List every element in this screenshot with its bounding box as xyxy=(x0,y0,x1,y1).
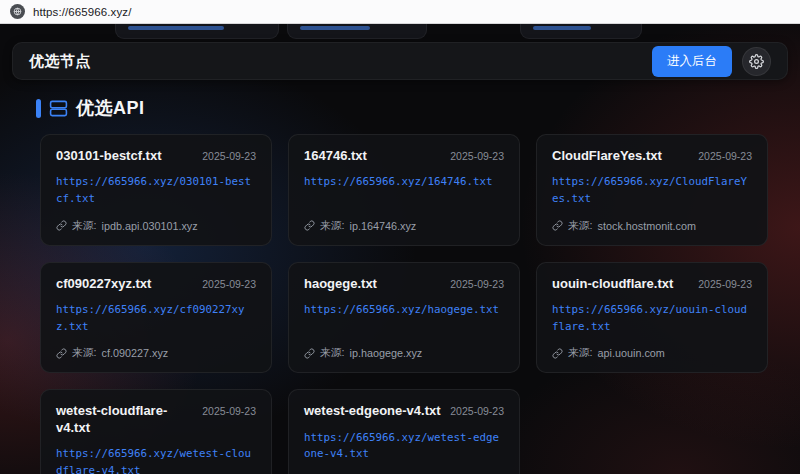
server-stack-icon xyxy=(49,99,68,118)
card-date: 2025-09-23 xyxy=(698,278,752,290)
browser-address-bar: https://665966.xyz/ xyxy=(0,0,800,24)
api-card: CloudFlareYes.txt 2025-09-23 https://665… xyxy=(536,134,768,246)
card-filename: wetest-cloudflare-v4.txt xyxy=(56,403,194,436)
card-url-link[interactable]: https://665966.xyz/030101-bestcf.txt xyxy=(56,174,256,207)
link-icon xyxy=(552,348,563,359)
card-url-link[interactable]: https://665966.xyz/uouin-cloudflare.txt xyxy=(552,302,752,335)
card-source-row: 来源: api.uouin.com xyxy=(552,335,752,360)
card-source: ip.164746.xyz xyxy=(350,220,417,232)
card-source-label: 来源: xyxy=(72,346,97,360)
api-card: wetest-cloudflare-v4.txt 2025-09-23 http… xyxy=(40,389,272,474)
card-source-row: 来源: ip.haogege.xyz xyxy=(304,335,504,360)
card-source: stock.hostmonit.com xyxy=(598,220,696,232)
card-source-label: 来源: xyxy=(568,219,593,233)
card-date: 2025-09-23 xyxy=(202,150,256,162)
card-source-label: 来源: xyxy=(568,346,593,360)
card-date: 2025-09-23 xyxy=(202,278,256,290)
card-source-row: 来源: ip.164746.xyz xyxy=(304,208,504,233)
card-url-link[interactable]: https://665966.xyz/wetest-edgeone-v4.txt xyxy=(304,430,504,463)
page: https://665966.xyz/ 优选节点 进入后台 优选API 0301… xyxy=(0,0,800,474)
address-url[interactable]: https://665966.xyz/ xyxy=(33,6,131,18)
card-filename: 164746.txt xyxy=(304,148,367,164)
link-icon xyxy=(304,220,315,231)
card-filename: 030101-bestcf.txt xyxy=(56,148,162,164)
card-header-row: haogege.txt 2025-09-23 xyxy=(304,276,504,292)
cutoff-card-stub xyxy=(115,24,279,39)
card-date: 2025-09-23 xyxy=(450,405,504,417)
link-icon xyxy=(56,348,67,359)
api-card: wetest-edgeone-v4.txt 2025-09-23 https:/… xyxy=(288,389,520,474)
enter-admin-button[interactable]: 进入后台 xyxy=(652,46,732,77)
card-source: ip.haogege.xyz xyxy=(350,347,423,359)
card-source-label: 来源: xyxy=(72,219,97,233)
card-url-link[interactable]: https://665966.xyz/164746.txt xyxy=(304,174,504,191)
card-header-row: wetest-edgeone-v4.txt 2025-09-23 xyxy=(304,403,504,419)
card-header-row: CloudFlareYes.txt 2025-09-23 xyxy=(552,148,752,164)
site-info-icon[interactable] xyxy=(10,4,25,19)
link-icon xyxy=(304,348,315,359)
card-filename: haogege.txt xyxy=(304,276,377,292)
card-url-link[interactable]: https://665966.xyz/CloudFlareYes.txt xyxy=(552,174,752,207)
card-date: 2025-09-23 xyxy=(202,405,256,417)
api-card: 030101-bestcf.txt 2025-09-23 https://665… xyxy=(40,134,272,246)
card-header-row: wetest-cloudflare-v4.txt 2025-09-23 xyxy=(56,403,256,436)
card-source: ipdb.api.030101.xyz xyxy=(102,220,198,232)
card-date: 2025-09-23 xyxy=(450,150,504,162)
card-source-label: 来源: xyxy=(320,346,345,360)
settings-button[interactable] xyxy=(742,47,771,76)
card-source-row: 来源: ipdb.api.030101.xyz xyxy=(56,208,256,233)
card-source-label: 来源: xyxy=(320,219,345,233)
api-card: 164746.txt 2025-09-23 https://665966.xyz… xyxy=(288,134,520,246)
cutoff-link-fragment xyxy=(533,26,591,30)
card-source-row: 来源: stock.hostmonit.com xyxy=(552,208,752,233)
page-title: 优选节点 xyxy=(29,52,91,71)
cutoff-card-stub xyxy=(520,24,642,39)
link-icon xyxy=(552,220,563,231)
card-url-link[interactable]: https://665966.xyz/wetest-cloudflare-v4.… xyxy=(56,446,256,474)
cutoff-card-stub xyxy=(287,24,427,39)
api-card: uouin-cloudflare.txt 2025-09-23 https://… xyxy=(536,262,768,374)
card-header-row: cf090227xyz.txt 2025-09-23 xyxy=(56,276,256,292)
card-filename: uouin-cloudflare.txt xyxy=(552,276,673,292)
card-url-link[interactable]: https://665966.xyz/cf090227xyz.txt xyxy=(56,302,256,335)
card-source: cf.090227.xyz xyxy=(102,347,169,359)
accent-bar xyxy=(36,99,41,118)
card-date: 2025-09-23 xyxy=(450,278,504,290)
cutoff-link-fragment xyxy=(300,26,370,30)
card-source: api.uouin.com xyxy=(598,347,665,359)
card-source-row: 来源: cf.090227.xyz xyxy=(56,335,256,360)
api-card: cf090227xyz.txt 2025-09-23 https://66596… xyxy=(40,262,272,374)
api-card: haogege.txt 2025-09-23 https://665966.xy… xyxy=(288,262,520,374)
card-header-row: uouin-cloudflare.txt 2025-09-23 xyxy=(552,276,752,292)
card-header-row: 164746.txt 2025-09-23 xyxy=(304,148,504,164)
link-icon xyxy=(56,220,67,231)
card-filename: wetest-edgeone-v4.txt xyxy=(304,403,441,419)
page-header: 优选节点 进入后台 xyxy=(12,42,788,80)
card-filename: CloudFlareYes.txt xyxy=(552,148,662,164)
section-title: 优选API xyxy=(76,96,145,120)
api-section-header: 优选API xyxy=(36,96,800,120)
card-url-link[interactable]: https://665966.xyz/haogege.txt xyxy=(304,302,504,319)
card-header-row: 030101-bestcf.txt 2025-09-23 xyxy=(56,148,256,164)
cutoff-link-fragment xyxy=(128,26,224,30)
gear-icon xyxy=(749,54,764,69)
card-date: 2025-09-23 xyxy=(698,150,752,162)
card-filename: cf090227xyz.txt xyxy=(56,276,151,292)
api-card-grid: 030101-bestcf.txt 2025-09-23 https://665… xyxy=(0,132,800,474)
